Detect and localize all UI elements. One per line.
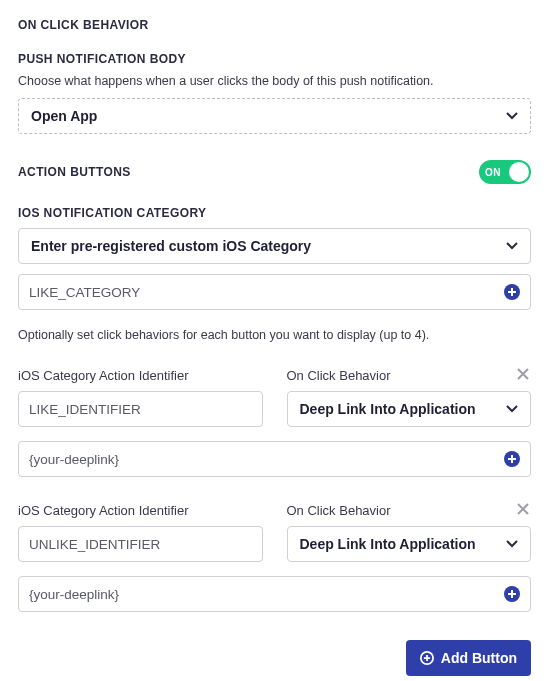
section-title-push-body: PUSH NOTIFICATION BODY — [18, 52, 531, 66]
plus-circle-icon[interactable] — [504, 284, 520, 300]
toggle-label: ON — [485, 167, 501, 178]
label-on-click: On Click Behavior — [287, 503, 532, 518]
deeplink-input-value: {your-deeplink} — [29, 452, 119, 467]
chevron-down-icon — [506, 540, 518, 548]
section-title-action-buttons: ACTION BUTTONS — [18, 165, 131, 179]
section-title-ios-category: IOS NOTIFICATION CATEGORY — [18, 206, 531, 220]
ios-category-select[interactable]: Enter pre-registered custom iOS Category — [18, 228, 531, 264]
plus-circle-icon — [420, 651, 434, 665]
push-body-select-value: Open App — [31, 108, 97, 124]
chevron-down-icon — [506, 242, 518, 250]
ios-category-select-value: Enter pre-registered custom iOS Category — [31, 238, 311, 254]
action-buttons-toggle[interactable]: ON — [479, 160, 531, 184]
chevron-down-icon — [506, 112, 518, 120]
identifier-input[interactable]: LIKE_IDENTIFIER — [18, 391, 263, 427]
plus-circle-icon[interactable] — [504, 586, 520, 602]
deeplink-input[interactable]: {your-deeplink} — [18, 576, 531, 612]
on-click-select[interactable]: Deep Link Into Application — [287, 526, 532, 562]
action-button-block: iOS Category Action Identifier LIKE_IDEN… — [18, 368, 531, 477]
on-click-select[interactable]: Deep Link Into Application — [287, 391, 532, 427]
label-on-click: On Click Behavior — [287, 368, 532, 383]
close-icon[interactable] — [517, 501, 531, 515]
on-click-select-value: Deep Link Into Application — [300, 536, 476, 552]
label-identifier: iOS Category Action Identifier — [18, 368, 263, 383]
push-body-hint: Choose what happens when a user clicks t… — [18, 74, 531, 88]
deeplink-input-value: {your-deeplink} — [29, 587, 119, 602]
toggle-knob — [509, 162, 529, 182]
add-button[interactable]: Add Button — [406, 640, 531, 676]
label-identifier: iOS Category Action Identifier — [18, 503, 263, 518]
plus-circle-icon[interactable] — [504, 451, 520, 467]
deeplink-input[interactable]: {your-deeplink} — [18, 441, 531, 477]
add-button-label: Add Button — [441, 650, 517, 666]
section-title-on-click-behavior: ON CLICK BEHAVIOR — [18, 18, 531, 32]
ios-category-input-value: LIKE_CATEGORY — [29, 285, 140, 300]
ios-category-hint: Optionally set click behaviors for each … — [18, 328, 531, 342]
identifier-input-value: LIKE_IDENTIFIER — [29, 402, 141, 417]
ios-category-input[interactable]: LIKE_CATEGORY — [18, 274, 531, 310]
action-button-block: iOS Category Action Identifier UNLIKE_ID… — [18, 503, 531, 612]
on-click-select-value: Deep Link Into Application — [300, 401, 476, 417]
identifier-input-value: UNLIKE_IDENTIFIER — [29, 537, 160, 552]
close-icon[interactable] — [517, 366, 531, 380]
identifier-input[interactable]: UNLIKE_IDENTIFIER — [18, 526, 263, 562]
chevron-down-icon — [506, 405, 518, 413]
push-body-select[interactable]: Open App — [18, 98, 531, 134]
